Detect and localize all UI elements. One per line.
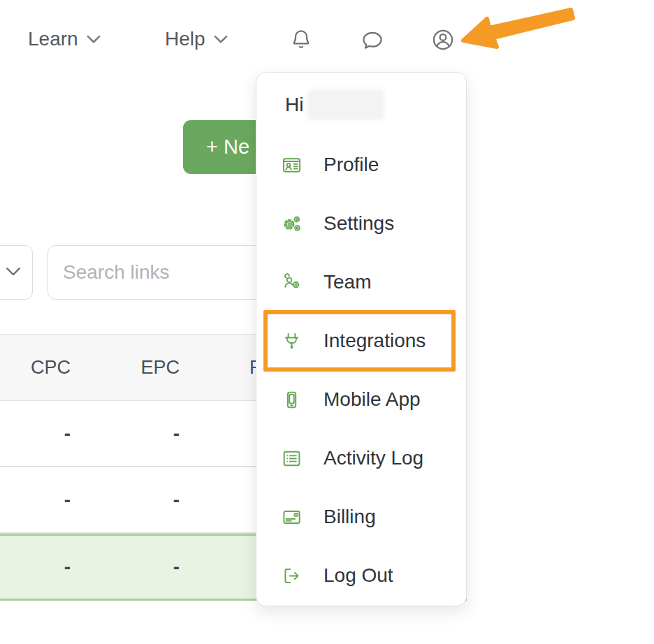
menu-item-profile[interactable]: Profile [256, 136, 466, 194]
notifications-bell-icon[interactable] [289, 27, 314, 52]
help-menu-label: Help [165, 28, 205, 50]
menu-item-label: Integrations [324, 330, 426, 352]
menu-item-label: Team [324, 271, 371, 293]
header-cell-epc: EPC [71, 335, 180, 400]
search-input[interactable] [48, 245, 266, 300]
menu-item-activity-log[interactable]: Activity Log [256, 429, 466, 488]
cell-epc: - [71, 401, 180, 466]
help-menu[interactable]: Help [165, 28, 228, 50]
cell-epc: - [71, 467, 180, 532]
cell-cpc: - [0, 401, 71, 466]
plug-icon [282, 331, 302, 351]
menu-item-mobile-app[interactable]: Mobile App [256, 370, 466, 429]
chevron-down-icon [6, 267, 21, 279]
user-dropdown-menu: Hi Profile [256, 72, 467, 606]
menu-item-label: Billing [324, 506, 376, 528]
filter-select[interactable] [0, 245, 33, 300]
menu-item-label: Activity Log [324, 447, 423, 469]
menu-item-label: Profile [324, 154, 379, 176]
menu-item-settings[interactable]: Settings [256, 194, 466, 253]
greeting: Hi [285, 89, 382, 120]
header-cell-cpc: CPC [0, 335, 71, 400]
cell-cpc: - [0, 467, 71, 532]
credit-card-icon [282, 507, 302, 527]
greeting-label: Hi [285, 94, 303, 116]
cell-cpc: - [0, 536, 71, 599]
smartphone-icon [282, 390, 302, 410]
greeting-name-redacted [310, 92, 382, 117]
menu-item-label: Mobile App [324, 388, 421, 411]
user-menu-list: Profile Settings [256, 136, 466, 605]
id-card-icon [282, 155, 302, 175]
user-account-icon[interactable] [430, 27, 456, 52]
menu-item-log-out[interactable]: Log Out [256, 546, 466, 605]
menu-item-integrations[interactable]: Integrations [256, 312, 466, 370]
team-icon [282, 272, 302, 293]
logout-icon [282, 566, 302, 586]
menu-item-label: Log Out [324, 564, 393, 587]
chevron-down-icon [87, 35, 101, 44]
chevron-down-icon [214, 35, 228, 44]
list-icon [282, 448, 302, 469]
cell-epc: - [71, 536, 180, 599]
learn-menu-label: Learn [28, 28, 78, 50]
new-link-button-label: + Ne [206, 136, 249, 159]
chat-icon[interactable] [360, 28, 385, 53]
menu-item-team[interactable]: Team [256, 253, 466, 312]
top-navigation: Learn Help [0, 0, 654, 77]
learn-menu[interactable]: Learn [28, 28, 101, 50]
menu-item-label: Settings [324, 212, 394, 235]
menu-item-billing[interactable]: Billing [256, 488, 466, 546]
gears-icon [282, 214, 302, 234]
